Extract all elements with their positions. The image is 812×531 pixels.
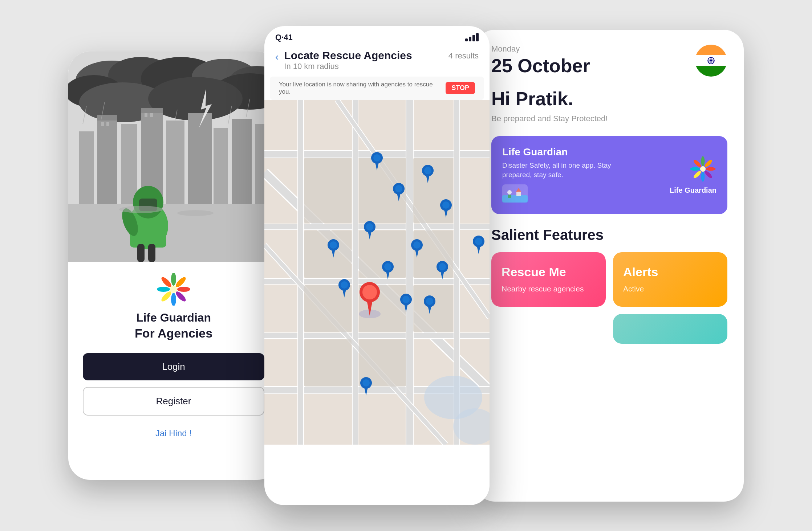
svg-point-140: [701, 156, 705, 166]
banner-text: Your live location is now sharing with a…: [279, 81, 446, 95]
svg-point-41: [171, 273, 176, 286]
svg-point-112: [402, 296, 410, 303]
svg-point-46: [160, 290, 173, 303]
svg-rect-121: [695, 44, 727, 55]
banner-text-block: Life Guardian Disaster Safety, all in on…: [502, 146, 618, 204]
svg-rect-11: [97, 117, 117, 204]
alerts-title: Alerts: [623, 265, 717, 279]
svg-rect-16: [166, 121, 184, 204]
svg-point-47: [157, 287, 170, 292]
svg-rect-19: [232, 119, 252, 204]
svg-rect-23: [145, 113, 147, 117]
svg-point-143: [704, 170, 713, 179]
svg-point-144: [701, 172, 705, 182]
svg-point-108: [439, 263, 446, 270]
svg-rect-24: [150, 113, 153, 117]
third-feature-card[interactable]: [613, 314, 727, 344]
svg-rect-25: [68, 204, 279, 262]
date-day: Monday: [491, 44, 590, 54]
footer-text: Jai Hind !: [83, 428, 264, 438]
life-guardian-banner[interactable]: Life Guardian Disaster Safety, all in on…: [491, 136, 727, 214]
signal-bar-4: [476, 33, 479, 41]
rescue-me-subtitle: Nearby rescue agencies: [502, 283, 596, 294]
features-grid: Rescue Me Nearby rescue agencies Alerts …: [491, 252, 727, 344]
svg-point-48: [160, 275, 173, 288]
svg-point-145: [693, 170, 702, 179]
signal-bar-3: [472, 35, 475, 41]
svg-rect-137: [508, 195, 511, 198]
svg-point-102: [330, 241, 337, 249]
svg-rect-135: [502, 195, 528, 203]
signal-indicator: [465, 33, 479, 41]
stop-button[interactable]: STOP: [446, 82, 475, 94]
login-button[interactable]: Login: [83, 353, 264, 380]
header-subtitle: In 10 km radius: [284, 62, 412, 71]
svg-rect-13: [121, 124, 137, 204]
banner-logo-icon: [689, 155, 716, 183]
date-block: Monday 25 October: [491, 44, 590, 76]
svg-rect-79: [413, 158, 453, 223]
app-subtitle-label: For Agencies: [83, 326, 264, 340]
svg-rect-17: [188, 113, 212, 204]
phone1-agencies-login: Life Guardian For Agencies Login Registe…: [68, 52, 279, 480]
svg-point-43: [177, 287, 190, 292]
svg-rect-31: [137, 244, 145, 262]
svg-point-39: [119, 206, 163, 213]
rescue-me-title: Rescue Me: [502, 265, 596, 279]
svg-point-147: [693, 159, 702, 168]
svg-point-148: [700, 166, 706, 172]
svg-rect-21: [101, 122, 104, 126]
app-name-label: Life Guardian: [83, 311, 264, 324]
illustration-area: [68, 52, 279, 262]
svg-point-142: [706, 167, 716, 171]
results-count: 4 results: [448, 51, 479, 61]
svg-point-114: [426, 298, 433, 305]
svg-rect-77: [304, 230, 352, 278]
india-flag: [695, 44, 727, 77]
rescue-me-card[interactable]: Rescue Me Nearby rescue agencies: [491, 252, 606, 307]
third-card-content: [623, 323, 717, 335]
svg-point-146: [690, 167, 700, 171]
svg-rect-123: [695, 66, 727, 77]
phone1-login-content: Life Guardian For Agencies Login Registe…: [68, 262, 279, 449]
svg-rect-75: [304, 158, 352, 223]
svg-point-104: [413, 241, 421, 249]
svg-rect-10: [79, 131, 94, 204]
alerts-subtitle: Active: [623, 283, 717, 294]
svg-point-106: [384, 263, 391, 270]
svg-rect-84: [304, 339, 352, 387]
svg-point-141: [704, 159, 713, 168]
svg-rect-15: [141, 108, 163, 113]
svg-rect-83: [413, 285, 453, 332]
signal-bar-1: [465, 38, 468, 41]
svg-point-118: [362, 379, 370, 387]
greeting-text: Hi Pratik.: [491, 88, 727, 110]
register-button[interactable]: Register: [83, 387, 264, 416]
back-button[interactable]: ‹: [275, 51, 279, 63]
map-view[interactable]: [264, 100, 490, 445]
svg-point-116: [475, 238, 482, 245]
svg-point-42: [174, 275, 187, 288]
app-logo: [157, 273, 190, 306]
svg-point-44: [174, 290, 187, 303]
phone3-home: Monday 25 October: [475, 30, 744, 502]
date-header: Monday 25 October: [491, 44, 727, 77]
svg-point-90: [362, 285, 377, 299]
banner-title: Life Guardian: [502, 146, 618, 158]
svg-point-92: [373, 154, 381, 162]
date-full: 25 October: [491, 56, 590, 76]
banner-description: Disaster Safety, all in one app. Stay pr…: [502, 161, 618, 180]
alerts-card[interactable]: Alerts Active: [613, 252, 727, 307]
svg-rect-139: [516, 192, 521, 196]
header-title: Locate Rescue Agencies: [284, 49, 412, 62]
tagline-text: Be prepared and Stay Protected!: [491, 114, 727, 123]
banner-illustration: [502, 184, 618, 204]
svg-rect-22: [106, 122, 109, 126]
svg-point-136: [507, 190, 512, 195]
svg-point-110: [341, 281, 348, 289]
svg-point-98: [442, 201, 450, 209]
header-text-block: Locate Rescue Agencies In 10 km radius: [284, 49, 412, 71]
svg-point-40: [177, 210, 214, 216]
svg-rect-18: [214, 128, 228, 204]
phones-container: Life Guardian For Agencies Login Registe…: [7, 8, 805, 523]
